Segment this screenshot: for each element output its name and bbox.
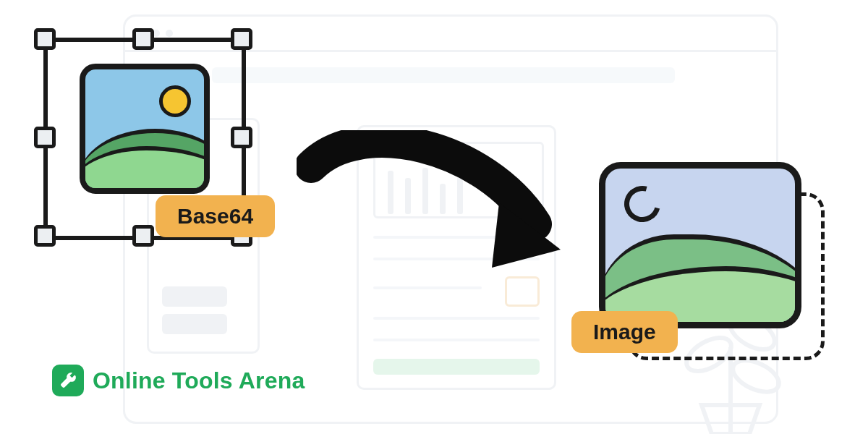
selection-handle-bottom-middle xyxy=(132,225,154,247)
wireframe-text-line xyxy=(373,258,540,260)
wireframe-address-bar xyxy=(212,67,675,83)
brand-logo: Online Tools Arena xyxy=(52,365,305,396)
source-label-text: Base64 xyxy=(177,204,253,228)
sun-icon xyxy=(159,85,191,117)
loading-ring-icon xyxy=(618,179,667,229)
destination-image-icon xyxy=(599,162,801,328)
wireframe-text-line xyxy=(373,339,540,341)
brand-name: Online Tools Arena xyxy=(93,367,305,394)
destination-image-group: Image xyxy=(593,159,839,376)
source-image-group: Base64 xyxy=(36,30,275,269)
wireframe-sidebar-button xyxy=(162,314,227,334)
source-label-badge: Base64 xyxy=(156,195,275,237)
diagram-canvas: Base64 Image Online Tools Arena xyxy=(0,0,868,434)
wireframe-sidebar-button xyxy=(162,286,227,307)
wireframe-text-line xyxy=(373,286,482,289)
selection-handle-bottom-left xyxy=(34,225,56,247)
wireframe-text-line xyxy=(373,317,540,320)
destination-label-badge: Image xyxy=(571,311,678,353)
wireframe-text-line xyxy=(373,236,540,239)
selection-handle-middle-left xyxy=(34,127,56,148)
wireframe-confirm-bar xyxy=(373,359,540,375)
selection-handle-top-right xyxy=(231,28,252,50)
wireframe-content-card xyxy=(357,125,556,390)
conversion-arrow-icon xyxy=(297,130,579,289)
selection-handle-middle-right xyxy=(231,127,252,148)
brand-badge-icon xyxy=(52,365,84,396)
wireframe-chip xyxy=(505,276,540,307)
wireframe-chart-area xyxy=(373,142,544,218)
wireframe-bars xyxy=(388,156,525,214)
selection-handle-top-left xyxy=(34,28,56,50)
wrench-icon xyxy=(59,371,77,390)
destination-label-text: Image xyxy=(593,320,656,344)
selection-handle-top-middle xyxy=(132,28,154,50)
source-image-icon xyxy=(80,64,210,194)
